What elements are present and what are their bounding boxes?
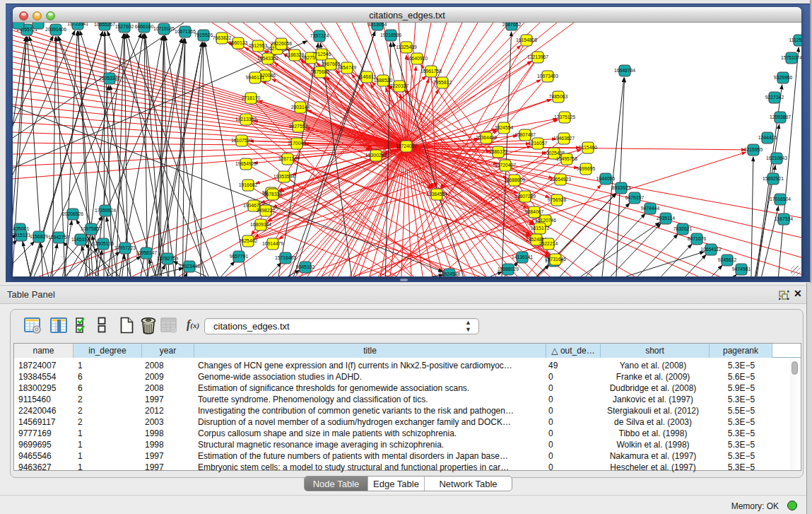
svg-text:7515526: 7515526 [194, 33, 213, 37]
svg-text:18988029: 18988029 [498, 267, 519, 271]
svg-text:10975857: 10975857 [81, 226, 102, 231]
svg-text:16914479: 16914479 [262, 241, 283, 246]
svg-text:15692921: 15692921 [763, 176, 784, 181]
svg-text:9657791: 9657791 [230, 254, 249, 259]
svg-text:10719185: 10719185 [153, 26, 175, 31]
svg-text:10807487: 10807487 [514, 132, 536, 137]
svg-text:8813054: 8813054 [368, 23, 387, 27]
svg-text:2803144: 2803144 [291, 105, 310, 110]
svg-text:9699695: 9699695 [577, 166, 596, 171]
svg-text:3912953: 3912953 [249, 43, 268, 48]
svg-text:19654925: 19654925 [235, 161, 257, 166]
svg-text:1170043: 1170043 [288, 141, 306, 146]
svg-text:7357224: 7357224 [310, 33, 329, 38]
svg-text:8933923: 8933923 [612, 185, 631, 190]
svg-text:9245102: 9245102 [296, 264, 315, 269]
svg-text:12923448: 12923448 [179, 264, 200, 269]
svg-text:7625402: 7625402 [239, 238, 258, 243]
svg-text:15723541: 15723541 [67, 23, 88, 26]
svg-text:9227342: 9227342 [765, 95, 784, 100]
svg-text:19654923: 19654923 [550, 177, 571, 182]
svg-text:16120746: 16120746 [535, 218, 556, 223]
svg-text:10688609: 10688609 [504, 177, 525, 182]
svg-text:8454749: 8454749 [338, 65, 357, 70]
svg-text:1644095: 1644095 [596, 176, 616, 181]
svg-text:19218586: 19218586 [380, 33, 401, 37]
svg-text:16961758: 16961758 [420, 69, 442, 74]
svg-text:12375125: 12375125 [554, 115, 575, 119]
svg-text:9115460: 9115460 [579, 145, 597, 150]
svg-text:12213382: 12213382 [235, 117, 257, 122]
svg-text:15716485: 15716485 [275, 255, 296, 260]
svg-text:10924548: 10924548 [439, 271, 460, 276]
svg-text:1615172: 1615172 [531, 226, 550, 230]
svg-text:17016504: 17016504 [770, 197, 791, 201]
svg-text:10655267: 10655267 [94, 23, 115, 27]
svg-text:10973493: 10973493 [537, 74, 558, 78]
svg-text:6466160: 6466160 [135, 24, 154, 29]
svg-text:20091406: 20091406 [45, 27, 66, 32]
svg-text:9427552: 9427552 [289, 124, 308, 129]
svg-text:10671365: 10671365 [175, 29, 196, 34]
svg-text:9756928: 9756928 [548, 197, 567, 202]
svg-text:3824554: 3824554 [495, 125, 514, 130]
svg-text:9474444: 9474444 [641, 206, 660, 211]
svg-text:12942757: 12942757 [48, 235, 69, 240]
svg-text:1588520: 1588520 [374, 78, 393, 83]
svg-text:8678334: 8678334 [264, 192, 283, 197]
svg-text:6479197: 6479197 [625, 195, 645, 200]
svg-text:16809344: 16809344 [250, 222, 271, 227]
svg-text:15300293: 15300293 [365, 153, 387, 158]
svg-text:9474981: 9474981 [732, 267, 751, 271]
svg-text:15731646: 15731646 [545, 257, 566, 262]
svg-text:14136141: 14136141 [512, 255, 533, 259]
svg-text:7663822: 7663822 [213, 35, 232, 40]
svg-text:16154808: 16154808 [516, 37, 537, 42]
svg-text:6216057: 6216057 [529, 141, 548, 146]
svg-text:9384067: 9384067 [525, 209, 544, 214]
svg-text:13807289: 13807289 [514, 194, 536, 199]
svg-text:1156829: 1156829 [30, 234, 48, 239]
svg-text:7632621: 7632621 [673, 226, 693, 231]
svg-text:16782759: 16782759 [157, 256, 178, 261]
svg-text:20206526: 20206526 [62, 211, 83, 216]
svg-text:12093887: 12093887 [770, 115, 791, 119]
svg-text:7712546: 7712546 [312, 52, 331, 57]
svg-text:1527602: 1527602 [115, 24, 134, 29]
svg-text:2718170: 2718170 [242, 95, 261, 100]
svg-text:1167534: 1167534 [775, 216, 793, 221]
svg-text:15495758: 15495758 [556, 156, 577, 161]
svg-text:20364436: 20364436 [476, 135, 497, 140]
svg-text:17957223: 17957223 [114, 245, 136, 250]
svg-text:15720407: 15720407 [495, 163, 516, 168]
svg-text:10958147: 10958147 [136, 250, 157, 255]
svg-text:2935114: 2935114 [657, 216, 675, 221]
svg-text:1145194: 1145194 [71, 237, 90, 242]
svg-text:16640910: 16640910 [406, 56, 428, 61]
svg-text:18724007: 18724007 [396, 144, 417, 148]
svg-text:10543362: 10543362 [257, 56, 278, 61]
svg-text:3267130: 3267130 [278, 156, 298, 161]
svg-text:3660123: 3660123 [229, 40, 248, 45]
svg-text:19353594: 19353594 [273, 174, 295, 179]
svg-text:15751074: 15751074 [781, 55, 801, 60]
svg-text:16107533: 16107533 [231, 138, 252, 143]
svg-text:16210643: 16210643 [766, 156, 787, 160]
svg-text:2386372: 2386372 [489, 149, 508, 154]
svg-text:8471676: 8471676 [688, 236, 707, 241]
svg-text:12213967: 12213967 [527, 54, 548, 59]
svg-text:10654112: 10654112 [700, 247, 722, 252]
svg-text:21053346: 21053346 [99, 76, 120, 81]
svg-text:7955812: 7955812 [433, 80, 452, 85]
svg-text:7485063: 7485063 [549, 94, 568, 99]
svg-text:17359924: 17359924 [95, 208, 116, 213]
svg-text:11125439: 11125439 [789, 37, 801, 42]
svg-text:23226058: 23226058 [271, 41, 292, 46]
svg-text:9329966: 9329966 [774, 75, 793, 80]
svg-text:19463627: 19463627 [553, 136, 575, 141]
svg-text:2087652: 2087652 [502, 23, 522, 27]
svg-text:1244415: 1244415 [758, 135, 777, 140]
svg-text:3498222: 3498222 [257, 208, 276, 213]
svg-text:1916682: 1916682 [239, 182, 258, 187]
svg-text:3220337: 3220337 [390, 83, 409, 88]
